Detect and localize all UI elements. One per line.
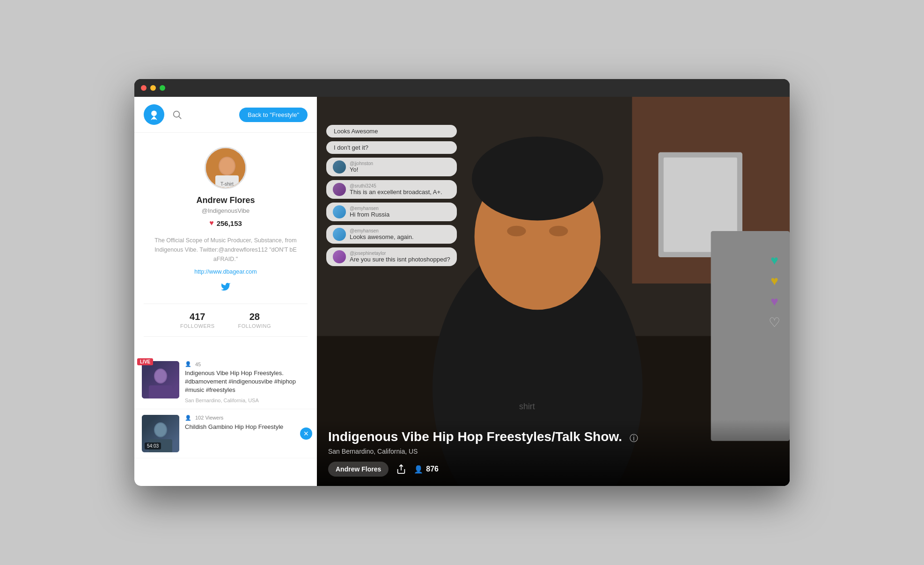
svg-rect-10 xyxy=(149,385,172,398)
following-stat: 28 FOLLOWING xyxy=(238,311,271,329)
chat-username-4: @sruthi3245 xyxy=(350,183,442,188)
sidebar-header: Back to "Freestyle" xyxy=(134,97,317,133)
video-title-text: Indigenous Vibe Hip Hop Freestyles/Talk … xyxy=(328,429,622,444)
heart-gold: ♥ xyxy=(770,274,778,289)
svg-point-1 xyxy=(174,111,180,117)
viewers-person-icon: 👤 xyxy=(414,465,423,474)
chat-avatar-3 xyxy=(333,160,346,174)
chat-message-1: Looks Awesome xyxy=(326,125,457,138)
chat-content-3: @jjohnston Yo! xyxy=(350,161,373,173)
svg-text:T-shirt: T-shirt xyxy=(220,181,234,187)
video-actions: Andrew Flores 👤 876 xyxy=(328,462,778,477)
profile-handle: @IndigenousVibe xyxy=(202,207,250,214)
chat-avatar-5 xyxy=(333,205,346,218)
back-button[interactable]: Back to "Freestyle" xyxy=(239,108,308,122)
minimize-dot[interactable] xyxy=(150,85,156,91)
viewers-count-2: 102 Viewers xyxy=(195,415,223,420)
video-viewer-count: 876 xyxy=(426,465,439,473)
broadcasts-list: LIVE 👤 45 Indigenous Vibe Hip Hop Freest… xyxy=(134,355,317,486)
chat-username-3: @jjohnston xyxy=(350,161,373,166)
chat-text-6: Looks awesome, again. xyxy=(350,233,414,240)
video-section: shirt Looks Awesome I don't get it? @jjo… xyxy=(317,97,790,486)
broadcast-title-2: Childish Gambino Hip Hop Freestyle xyxy=(185,423,309,431)
maximize-dot[interactable] xyxy=(160,85,165,91)
broadcast-thumbnail-2: 54:03 xyxy=(142,415,179,452)
info-icon: ⓘ xyxy=(630,434,638,443)
twitter-icon xyxy=(220,282,231,294)
live-badge: LIVE xyxy=(137,358,153,365)
chat-content-4: @sruthi3245 This is an excellent broadca… xyxy=(350,183,442,196)
chat-avatar-4 xyxy=(333,183,346,196)
chat-text-3: Yo! xyxy=(350,166,373,173)
svg-point-24 xyxy=(549,226,568,236)
following-count: 28 xyxy=(249,311,260,322)
heart-count: 256,153 xyxy=(217,219,242,227)
chat-message-3: @jjohnston Yo! xyxy=(326,158,457,176)
broadcast-title-1: Indigenous Vibe Hip Hop Freestyles. #dba… xyxy=(185,369,309,395)
share-button[interactable] xyxy=(396,464,406,474)
profile-website[interactable]: http://www.dbagear.com xyxy=(194,268,257,275)
svg-point-0 xyxy=(151,111,157,116)
search-button[interactable] xyxy=(172,109,182,120)
heart-outline: ♡ xyxy=(769,315,780,330)
chat-text-4: This is an excellent broadcast, A+. xyxy=(350,188,442,196)
chat-avatar-6 xyxy=(333,228,346,241)
duration-badge: 54:03 xyxy=(145,442,161,449)
heart-purple: ♥ xyxy=(770,294,778,309)
heart-icon: ♥ xyxy=(209,219,214,227)
sidebar: Back to "Freestyle" T-shirt A xyxy=(134,97,317,486)
chat-message-5: @emyhansen Hi from Russia xyxy=(326,203,457,221)
avatar: T-shirt xyxy=(205,147,247,189)
stats-row: 417 FOLLOWERS 28 FOLLOWING xyxy=(144,304,308,337)
chat-overlay: Looks Awesome I don't get it? @jjohnston… xyxy=(326,125,457,266)
list-item[interactable]: LIVE 👤 45 Indigenous Vibe Hip Hop Freest… xyxy=(134,355,317,409)
broadcaster-button[interactable]: Andrew Flores xyxy=(328,462,389,477)
svg-point-22 xyxy=(472,137,603,221)
viewers-icon-2: 👤 xyxy=(185,415,191,421)
svg-point-5 xyxy=(220,158,235,174)
list-item[interactable]: 54:03 👤 102 Viewers Childish Gambino Hip… xyxy=(134,409,317,458)
viewers-info: 👤 876 xyxy=(414,465,439,474)
svg-point-9 xyxy=(155,369,166,383)
followers-count: 417 xyxy=(190,311,205,322)
svg-point-23 xyxy=(507,226,526,236)
profile-name: Andrew Flores xyxy=(196,196,255,205)
periscope-logo xyxy=(144,104,164,125)
profile-bio: The Official Scope of Music Producer, Su… xyxy=(144,236,308,264)
window-content: Back to "Freestyle" T-shirt A xyxy=(134,97,790,486)
broadcast-location-1: San Bernardino, California, USA xyxy=(185,398,309,403)
viewers-count-1: 45 xyxy=(195,362,201,367)
chat-content-7: @josephinetaylor Are you sure this isnt … xyxy=(350,251,450,263)
profile-section: T-shirt Andrew Flores @IndigenousVibe ♥ … xyxy=(134,133,317,355)
profile-hearts: ♥ 256,153 xyxy=(209,219,242,227)
broadcast-info-2: 👤 102 Viewers Childish Gambino Hip Hop F… xyxy=(185,415,309,434)
following-label: FOLLOWING xyxy=(238,323,271,329)
svg-line-2 xyxy=(179,116,181,119)
video-bottom: Indigenous Vibe Hip Hop Freestyles/Talk … xyxy=(317,420,790,486)
chat-message-2: I don't get it? xyxy=(326,141,457,154)
app-window: Back to "Freestyle" T-shirt A xyxy=(134,79,790,486)
chat-message-4: @sruthi3245 This is an excellent broadca… xyxy=(326,180,457,199)
chat-text-1: Looks Awesome xyxy=(334,128,378,135)
chat-text-5: Hi from Russia xyxy=(350,211,389,218)
live-row: LIVE 👤 45 xyxy=(185,361,309,367)
viewers-icon-1: 👤 xyxy=(185,361,191,367)
chat-username-7: @josephinetaylor xyxy=(350,251,450,256)
chat-message-6: @emyhansen Looks awesome, again. xyxy=(326,225,457,244)
chat-username-5: @emyhansen xyxy=(350,206,389,211)
chat-message-7: @josephinetaylor Are you sure this isnt … xyxy=(326,247,457,266)
svg-point-12 xyxy=(155,423,166,436)
close-dot[interactable] xyxy=(141,85,147,91)
followers-stat: 417 FOLLOWERS xyxy=(180,311,215,329)
chat-text-7: Are you sure this isnt photoshopped? xyxy=(350,256,450,263)
viewers-row: 👤 102 Viewers xyxy=(185,415,309,421)
broadcast-thumbnail-1 xyxy=(142,361,179,398)
broadcast-info-1: LIVE 👤 45 Indigenous Vibe Hip Hop Freest… xyxy=(185,361,309,403)
video-title: Indigenous Vibe Hip Hop Freestyles/Talk … xyxy=(328,429,778,445)
chat-text-2: I don't get it? xyxy=(334,144,368,151)
heart-teal: ♥ xyxy=(770,253,778,268)
close-button[interactable]: ✕ xyxy=(300,427,312,440)
titlebar xyxy=(134,79,790,97)
chat-avatar-7 xyxy=(333,250,346,263)
chat-content-5: @emyhansen Hi from Russia xyxy=(350,206,389,218)
